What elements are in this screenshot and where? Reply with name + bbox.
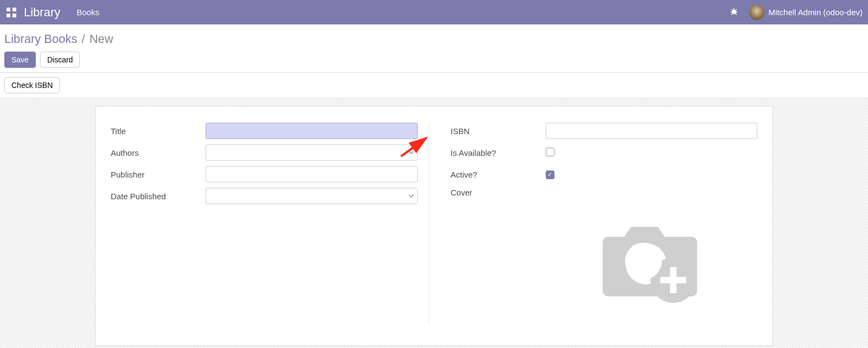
apps-icon[interactable] <box>5 7 17 18</box>
navbar-right: Mitchell Admin (odoo-dev) <box>730 5 863 20</box>
form-col-right: ISBN Is Available? Active? ✓ <box>451 123 758 324</box>
form-col-left: Title Authors <box>111 123 429 324</box>
form-columns: Title Authors <box>111 123 757 324</box>
user-name-label: Mitchell Admin (odoo-dev) <box>769 8 863 17</box>
field-row-active: Active? ✓ <box>451 166 758 182</box>
field-row-title: Title <box>111 123 418 139</box>
breadcrumb: Library Books / New <box>4 29 864 52</box>
user-menu[interactable]: Mitchell Admin (odoo-dev) <box>749 5 863 20</box>
authors-label: Authors <box>111 148 206 157</box>
camera-add-icon <box>592 204 711 313</box>
navbar-left: Library Books <box>5 5 110 20</box>
control-panel: Library Books / New Save Discard <box>0 24 868 73</box>
content-area: Title Authors <box>0 98 868 348</box>
app-brand[interactable]: Library <box>24 5 60 20</box>
publisher-input[interactable] <box>206 166 418 182</box>
nav-link-books[interactable]: Books <box>76 8 99 17</box>
svg-rect-1 <box>12 8 16 11</box>
field-row-date-published: Date Published <box>111 188 418 204</box>
chevron-down-icon <box>409 192 414 200</box>
breadcrumb-separator: / <box>82 32 85 46</box>
chevron-down-icon <box>409 148 414 157</box>
svg-line-10 <box>731 14 732 15</box>
active-checkbox[interactable]: ✓ <box>546 170 554 179</box>
check-isbn-button[interactable]: Check ISBN <box>4 77 60 93</box>
field-row-cover: Cover <box>451 188 758 318</box>
field-row-isbn: ISBN <box>451 123 758 139</box>
field-row-is-available: Is Available? <box>451 144 758 161</box>
title-input[interactable] <box>206 123 418 139</box>
svg-point-4 <box>732 10 736 14</box>
is-available-label: Is Available? <box>451 148 546 157</box>
is-available-checkbox[interactable] <box>546 148 554 156</box>
top-navbar: Library Books Mitchell Admin (odoo-dev) <box>0 0 868 24</box>
breadcrumb-parent[interactable]: Library Books <box>4 32 78 46</box>
discard-button[interactable]: Discard <box>40 52 80 68</box>
isbn-label: ISBN <box>451 126 546 136</box>
svg-rect-2 <box>7 14 10 17</box>
date-published-label: Date Published <box>111 192 206 201</box>
form-sheet: Title Authors <box>95 106 773 346</box>
svg-line-8 <box>731 9 732 10</box>
statusbar: Check ISBN <box>0 73 868 98</box>
cover-image-placeholder[interactable] <box>581 199 722 318</box>
svg-point-18 <box>625 243 662 280</box>
date-published-input[interactable] <box>206 188 418 204</box>
control-panel-buttons: Save Discard <box>4 52 864 68</box>
isbn-input[interactable] <box>546 123 758 139</box>
title-label: Title <box>111 126 206 136</box>
publisher-label: Publisher <box>111 170 206 179</box>
svg-rect-17 <box>660 277 686 283</box>
svg-rect-3 <box>12 14 16 17</box>
field-row-authors: Authors <box>111 144 418 161</box>
svg-line-9 <box>736 9 737 10</box>
cover-label: Cover <box>451 188 546 197</box>
avatar <box>749 5 764 20</box>
bug-icon[interactable] <box>730 7 738 17</box>
active-label: Active? <box>451 170 546 179</box>
breadcrumb-current: New <box>90 32 113 46</box>
save-button[interactable]: Save <box>4 52 36 68</box>
svg-line-11 <box>736 14 737 15</box>
svg-rect-0 <box>7 8 10 11</box>
authors-input[interactable] <box>206 144 418 161</box>
field-row-publisher: Publisher <box>111 166 418 182</box>
